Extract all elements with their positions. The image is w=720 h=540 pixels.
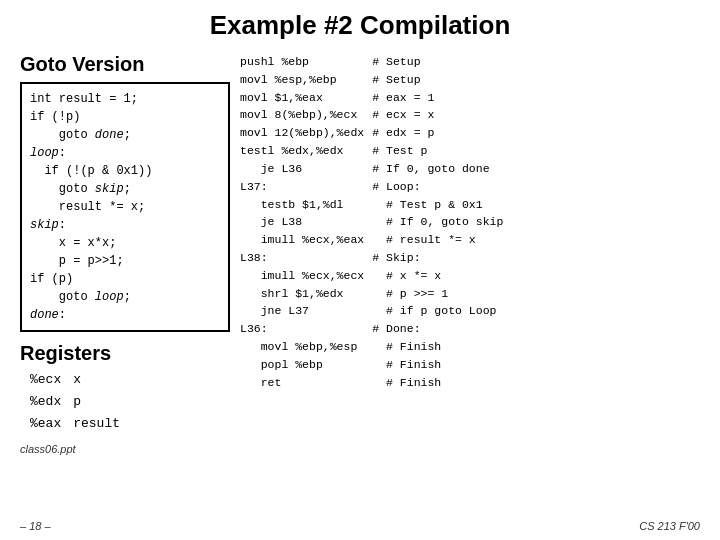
reg-row-ecx: %ecx x <box>30 369 230 391</box>
code-line-5: if (!(p & 0x1)) <box>30 164 152 178</box>
code-box: int result = 1; if (!p) goto done; loop:… <box>20 82 230 332</box>
code-line-12: goto loop; <box>30 290 131 304</box>
reg-edx-name: %edx <box>30 391 61 413</box>
code-line-1: int result = 1; <box>30 92 138 106</box>
footer-course: CS 213 F'00 <box>639 520 700 532</box>
reg-eax-name: %eax <box>30 413 61 435</box>
code-line-13: done: <box>30 308 66 322</box>
registers-section: Registers %ecx x %edx p %eax result <box>20 342 230 455</box>
footer-page: – 18 – <box>20 520 51 532</box>
goto-version-label: Goto Version <box>20 53 230 76</box>
asm-comments: # Setup # Setup # eax = 1 # ecx = x # ed… <box>372 53 503 391</box>
left-panel: Goto Version int result = 1; if (!p) got… <box>20 53 230 455</box>
code-line-4: loop: <box>30 146 66 160</box>
code-line-3: goto done; <box>30 128 131 142</box>
reg-edx-value: p <box>73 391 81 413</box>
reg-row-edx: %edx p <box>30 391 230 413</box>
content-row: Goto Version int result = 1; if (!p) got… <box>20 53 700 455</box>
code-line-11: if (p) <box>30 272 73 286</box>
registers-table: %ecx x %edx p %eax result <box>30 369 230 435</box>
registers-title: Registers <box>20 342 230 365</box>
code-line-10: p = p>>1; <box>30 254 124 268</box>
reg-eax-value: result <box>73 413 120 435</box>
code-line-8: skip: <box>30 218 66 232</box>
right-panel: pushl %ebp movl %esp,%ebp movl $1,%eax m… <box>240 53 700 391</box>
reg-row-eax: %eax result <box>30 413 230 435</box>
code-line-9: x = x*x; <box>30 236 116 250</box>
reg-ecx-value: x <box>73 369 81 391</box>
code-line-7: result *= x; <box>30 200 145 214</box>
class-label: class06.ppt <box>20 443 230 455</box>
asm-code: pushl %ebp movl %esp,%ebp movl $1,%eax m… <box>240 53 364 391</box>
bottom-bar: – 18 – CS 213 F'00 <box>0 520 720 532</box>
reg-ecx-name: %ecx <box>30 369 61 391</box>
code-line-2: if (!p) <box>30 110 80 124</box>
code-line-6: goto skip; <box>30 182 131 196</box>
page-title: Example #2 Compilation <box>20 10 700 41</box>
page: Example #2 Compilation Goto Version int … <box>0 0 720 540</box>
